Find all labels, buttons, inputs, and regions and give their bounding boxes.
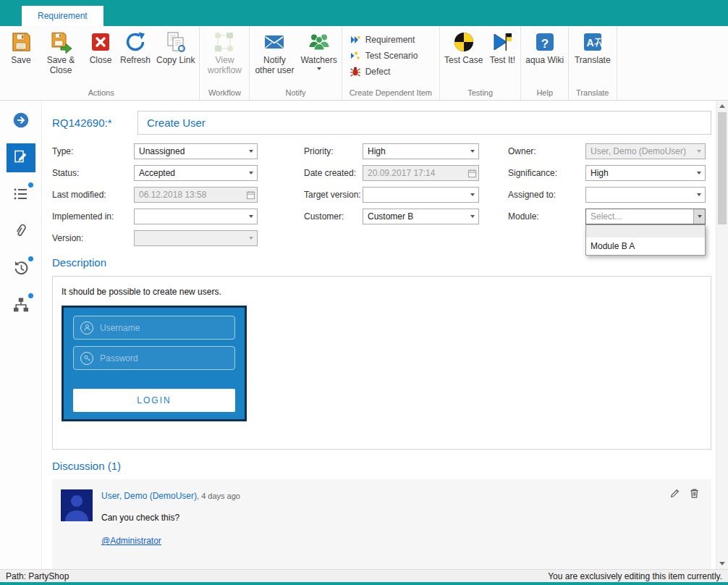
discussion-header: Discussion (1): [52, 460, 711, 472]
description-editor[interactable]: It should be possible to create new user…: [52, 276, 711, 450]
refresh-button[interactable]: Refresh: [117, 28, 153, 67]
create-requirement-button[interactable]: Requirement: [350, 32, 415, 48]
collapse-arrow-icon: [12, 111, 30, 132]
module-label: Module:: [479, 211, 585, 222]
title-row: RQ142690:*: [52, 111, 711, 135]
translate-label: Translate: [575, 56, 611, 66]
save-button[interactable]: Save: [4, 28, 38, 67]
left-icon-sidebar: [0, 101, 42, 569]
image-username-field: Username: [73, 316, 235, 340]
version-dropdown: [134, 230, 258, 246]
sidebar-item-attachments[interactable]: [7, 217, 35, 246]
notification-dot-badge: [28, 293, 33, 298]
translate-button[interactable]: A Translate: [572, 28, 614, 67]
module-dropdown-popup: Module B A: [585, 224, 706, 256]
history-icon: [12, 259, 30, 279]
svg-text:?: ?: [541, 37, 549, 51]
test-scenario-icon: [350, 50, 361, 62]
test-it-label: Test It!: [490, 56, 515, 66]
version-label: Version:: [52, 233, 134, 243]
aqua-wiki-button[interactable]: ? aqua Wiki: [522, 28, 567, 67]
copy-link-label: Copy Link: [156, 56, 195, 66]
notification-dot-badge: [28, 256, 33, 261]
trash-icon[interactable]: [689, 488, 700, 499]
create-defect-label: Defect: [365, 67, 391, 77]
scrollbar-up-button[interactable]: [716, 101, 728, 111]
sidebar-item-edit[interactable]: [7, 143, 35, 172]
sidebar-item-traceability[interactable]: [7, 291, 35, 320]
ribbon-group-label-help: Help: [522, 86, 567, 100]
assigned-to-dropdown[interactable]: [585, 187, 706, 203]
comment-mention-link[interactable]: @Administrator: [101, 536, 161, 546]
status-dropdown[interactable]: Accepted: [134, 165, 258, 181]
sidebar-item-details-list[interactable]: [7, 180, 35, 209]
customer-dropdown[interactable]: Customer B: [363, 209, 479, 224]
chevron-down-icon: [467, 144, 478, 159]
chevron-down-icon: [317, 67, 321, 70]
list-icon: [12, 185, 30, 205]
copy-link-button[interactable]: Copy Link: [153, 28, 198, 67]
type-dropdown[interactable]: Unassigned: [134, 143, 258, 159]
svg-text:A: A: [586, 37, 593, 49]
date-created-label: Date created:: [258, 168, 363, 178]
priority-label: Priority:: [258, 146, 363, 156]
implemented-in-label: Implemented in:: [52, 211, 134, 222]
vertical-scrollbar: [716, 101, 728, 569]
pencil-icon[interactable]: [669, 488, 680, 499]
translate-icon: A: [581, 30, 604, 54]
save-label: Save: [11, 56, 30, 66]
title-input[interactable]: [137, 111, 711, 135]
last-modified-label: Last modified:: [52, 190, 134, 200]
triangle-down-icon: [719, 562, 725, 565]
close-button[interactable]: Close: [84, 28, 117, 67]
target-version-dropdown[interactable]: [363, 187, 479, 203]
floppy-save-icon: [9, 30, 33, 54]
chevron-down-icon: [693, 188, 705, 202]
login-screenshot-image: Username Password LOGIN: [62, 306, 247, 421]
ribbon-toolbar: Save Save & Close Close: [0, 26, 728, 101]
notification-dot-badge: [28, 182, 33, 188]
comment-author[interactable]: User, Demo (DemoUser): [101, 491, 197, 501]
module-dropdown[interactable]: Select... Module B A: [585, 209, 706, 224]
create-defect-button[interactable]: Defect: [350, 64, 391, 80]
test-case-icon: [452, 30, 475, 54]
priority-dropdown[interactable]: High: [363, 143, 479, 159]
test-it-button[interactable]: Test It!: [486, 28, 519, 67]
requirement-icon: [350, 34, 361, 46]
view-workflow-button[interactable]: View workflow: [201, 28, 247, 77]
chevron-down-icon: [467, 209, 478, 224]
chevron-down-icon: [693, 144, 705, 159]
calendar-icon: [244, 188, 257, 202]
wiki-icon: ?: [533, 30, 556, 54]
create-test-scenario-button[interactable]: Test Scenario: [350, 48, 418, 64]
image-username-placeholder: Username: [100, 323, 140, 333]
ribbon-group-translate: A Translate Translate: [569, 26, 617, 100]
close-label: Close: [90, 56, 112, 66]
test-case-button[interactable]: Test Case: [441, 28, 486, 67]
sidebar-item-history[interactable]: [7, 254, 35, 283]
test-case-label: Test Case: [444, 56, 483, 66]
create-requirement-label: Requirement: [365, 35, 415, 45]
ribbon-group-label-testing: Testing: [441, 86, 519, 100]
discussion-panel: User, Demo (DemoUser), 4 days ago Can yo…: [52, 479, 711, 569]
target-version-label: Target version:: [258, 190, 363, 200]
chevron-down-icon: [693, 166, 705, 180]
ribbon-group-create-dependent-item: Requirement Test Scenario Defect Create …: [342, 26, 440, 100]
person-icon: [80, 321, 93, 334]
status-path: Path: PartyShop: [6, 571, 69, 581]
sidebar-collapse-button[interactable]: [7, 106, 35, 135]
avatar: [61, 489, 93, 521]
module-option-empty[interactable]: [586, 225, 705, 237]
tab-requirement[interactable]: Requirement: [22, 6, 103, 26]
notify-other-user-button[interactable]: Notify other user: [251, 28, 297, 77]
scrollbar-thumb[interactable]: [718, 112, 727, 224]
image-password-field: Password: [73, 346, 235, 370]
test-it-icon: [491, 30, 514, 54]
ribbon-group-help: ? aqua Wiki Help: [521, 26, 569, 100]
significance-dropdown[interactable]: High: [585, 165, 706, 181]
save-and-close-button[interactable]: Save & Close: [38, 28, 84, 77]
module-option[interactable]: Module B A: [586, 237, 705, 255]
scrollbar-down-button[interactable]: [716, 558, 728, 569]
implemented-in-dropdown[interactable]: [134, 209, 258, 224]
watchers-button[interactable]: Watchers: [297, 28, 339, 72]
